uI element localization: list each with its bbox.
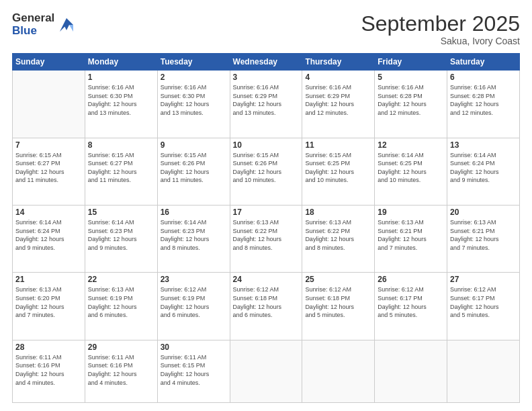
day-number: 4 — [305, 73, 371, 82]
day-number: 5 — [378, 73, 444, 82]
day-info: Sunrise: 6:15 AM Sunset: 6:27 PM Dayligh… — [88, 151, 154, 185]
calendar-cell: 21Sunrise: 6:13 AM Sunset: 6:20 PM Dayli… — [13, 273, 85, 340]
calendar-cell: 17Sunrise: 6:13 AM Sunset: 6:22 PM Dayli… — [230, 205, 302, 273]
calendar-cell: 12Sunrise: 6:14 AM Sunset: 6:25 PM Dayli… — [375, 138, 447, 205]
day-info: Sunrise: 6:11 AM Sunset: 6:15 PM Dayligh… — [161, 353, 227, 387]
logo-icon — [57, 15, 76, 34]
calendar-cell: 5Sunrise: 6:16 AM Sunset: 6:28 PM Daylig… — [375, 71, 447, 138]
day-number: 19 — [378, 208, 444, 217]
day-info: Sunrise: 6:12 AM Sunset: 6:19 PM Dayligh… — [161, 285, 227, 319]
col-header-monday: Monday — [85, 54, 157, 71]
logo-blue: Blue — [12, 25, 54, 38]
day-number: 11 — [305, 140, 371, 150]
day-number: 26 — [378, 275, 444, 284]
day-info: Sunrise: 6:16 AM Sunset: 6:28 PM Dayligh… — [450, 83, 517, 117]
day-info: Sunrise: 6:12 AM Sunset: 6:18 PM Dayligh… — [305, 285, 371, 319]
calendar-cell: 13Sunrise: 6:14 AM Sunset: 6:24 PM Dayli… — [447, 138, 520, 205]
calendar-cell: 20Sunrise: 6:13 AM Sunset: 6:21 PM Dayli… — [447, 205, 520, 273]
calendar-cell: 2Sunrise: 6:16 AM Sunset: 6:30 PM Daylig… — [157, 71, 230, 138]
day-number: 28 — [15, 342, 82, 352]
calendar-cell: 6Sunrise: 6:16 AM Sunset: 6:28 PM Daylig… — [447, 71, 520, 138]
day-number: 10 — [233, 140, 300, 150]
day-info: Sunrise: 6:11 AM Sunset: 6:16 PM Dayligh… — [88, 353, 154, 387]
day-number: 6 — [450, 73, 517, 82]
calendar-cell: 26Sunrise: 6:12 AM Sunset: 6:17 PM Dayli… — [375, 273, 447, 340]
day-info: Sunrise: 6:14 AM Sunset: 6:23 PM Dayligh… — [88, 218, 154, 252]
day-number: 14 — [15, 208, 82, 217]
calendar-cell: 25Sunrise: 6:12 AM Sunset: 6:18 PM Dayli… — [302, 273, 375, 340]
logo-general: General — [12, 12, 54, 25]
day-info: Sunrise: 6:15 AM Sunset: 6:25 PM Dayligh… — [305, 151, 371, 185]
day-number: 9 — [161, 140, 227, 150]
day-info: Sunrise: 6:16 AM Sunset: 6:28 PM Dayligh… — [378, 83, 444, 117]
day-info: Sunrise: 6:16 AM Sunset: 6:29 PM Dayligh… — [305, 83, 371, 117]
day-info: Sunrise: 6:16 AM Sunset: 6:30 PM Dayligh… — [161, 83, 227, 117]
calendar-cell: 23Sunrise: 6:12 AM Sunset: 6:19 PM Dayli… — [157, 273, 230, 340]
day-number: 30 — [161, 342, 227, 352]
day-number: 15 — [88, 208, 154, 217]
calendar-cell: 3Sunrise: 6:16 AM Sunset: 6:29 PM Daylig… — [230, 71, 302, 138]
day-number: 2 — [161, 73, 227, 82]
day-number: 1 — [88, 73, 154, 82]
svg-marker-1 — [69, 25, 73, 32]
day-info: Sunrise: 6:11 AM Sunset: 6:16 PM Dayligh… — [15, 353, 82, 387]
day-info: Sunrise: 6:15 AM Sunset: 6:26 PM Dayligh… — [161, 151, 227, 185]
calendar-cell: 10Sunrise: 6:15 AM Sunset: 6:26 PM Dayli… — [230, 138, 302, 205]
calendar-cell — [375, 340, 447, 402]
month-title: September 2025 — [361, 12, 520, 36]
day-info: Sunrise: 6:13 AM Sunset: 6:22 PM Dayligh… — [305, 218, 371, 252]
calendar-cell: 18Sunrise: 6:13 AM Sunset: 6:22 PM Dayli… — [302, 205, 375, 273]
day-info: Sunrise: 6:16 AM Sunset: 6:30 PM Dayligh… — [88, 83, 154, 117]
day-number: 18 — [305, 208, 371, 217]
calendar-cell: 4Sunrise: 6:16 AM Sunset: 6:29 PM Daylig… — [302, 71, 375, 138]
calendar-cell — [447, 340, 520, 402]
calendar-cell: 8Sunrise: 6:15 AM Sunset: 6:27 PM Daylig… — [85, 138, 157, 205]
day-info: Sunrise: 6:13 AM Sunset: 6:21 PM Dayligh… — [378, 218, 444, 252]
day-info: Sunrise: 6:12 AM Sunset: 6:17 PM Dayligh… — [378, 285, 444, 319]
title-block: September 2025 Sakua, Ivory Coast — [361, 12, 520, 46]
calendar-cell: 28Sunrise: 6:11 AM Sunset: 6:16 PM Dayli… — [13, 340, 85, 402]
day-number: 3 — [233, 73, 300, 82]
calendar-cell: 7Sunrise: 6:15 AM Sunset: 6:27 PM Daylig… — [13, 138, 85, 205]
col-header-sunday: Sunday — [13, 54, 85, 71]
day-number: 23 — [161, 275, 227, 284]
day-number: 17 — [233, 208, 300, 217]
page: General Blue September 2025 Sakua, Ivory… — [0, 0, 532, 411]
calendar-cell: 22Sunrise: 6:13 AM Sunset: 6:19 PM Dayli… — [85, 273, 157, 340]
day-info: Sunrise: 6:12 AM Sunset: 6:17 PM Dayligh… — [450, 285, 517, 319]
day-number: 16 — [161, 208, 227, 217]
calendar-cell: 29Sunrise: 6:11 AM Sunset: 6:16 PM Dayli… — [85, 340, 157, 402]
day-info: Sunrise: 6:13 AM Sunset: 6:20 PM Dayligh… — [15, 285, 82, 319]
col-header-wednesday: Wednesday — [230, 54, 302, 71]
calendar-cell: 14Sunrise: 6:14 AM Sunset: 6:24 PM Dayli… — [13, 205, 85, 273]
calendar-cell: 24Sunrise: 6:12 AM Sunset: 6:18 PM Dayli… — [230, 273, 302, 340]
col-header-friday: Friday — [375, 54, 447, 71]
day-number: 8 — [88, 140, 154, 150]
day-number: 22 — [88, 275, 154, 284]
day-info: Sunrise: 6:15 AM Sunset: 6:27 PM Dayligh… — [15, 151, 82, 185]
day-info: Sunrise: 6:13 AM Sunset: 6:19 PM Dayligh… — [88, 285, 154, 319]
day-info: Sunrise: 6:14 AM Sunset: 6:25 PM Dayligh… — [378, 151, 444, 185]
calendar-cell — [230, 340, 302, 402]
calendar-cell: 15Sunrise: 6:14 AM Sunset: 6:23 PM Dayli… — [85, 205, 157, 273]
logo: General Blue — [12, 12, 76, 37]
day-info: Sunrise: 6:13 AM Sunset: 6:22 PM Dayligh… — [233, 218, 300, 252]
calendar-cell — [13, 71, 85, 138]
day-number: 29 — [88, 342, 154, 352]
day-info: Sunrise: 6:14 AM Sunset: 6:23 PM Dayligh… — [161, 218, 227, 252]
logo-text: General Blue — [12, 12, 54, 37]
col-header-tuesday: Tuesday — [157, 54, 230, 71]
calendar-cell: 30Sunrise: 6:11 AM Sunset: 6:15 PM Dayli… — [157, 340, 230, 402]
day-number: 27 — [450, 275, 517, 284]
day-number: 12 — [378, 140, 444, 150]
day-info: Sunrise: 6:15 AM Sunset: 6:26 PM Dayligh… — [233, 151, 300, 185]
calendar-cell: 27Sunrise: 6:12 AM Sunset: 6:17 PM Dayli… — [447, 273, 520, 340]
calendar-cell: 11Sunrise: 6:15 AM Sunset: 6:25 PM Dayli… — [302, 138, 375, 205]
calendar-cell: 1Sunrise: 6:16 AM Sunset: 6:30 PM Daylig… — [85, 71, 157, 138]
calendar-cell: 16Sunrise: 6:14 AM Sunset: 6:23 PM Dayli… — [157, 205, 230, 273]
day-number: 24 — [233, 275, 300, 284]
calendar-cell — [302, 340, 375, 402]
day-number: 25 — [305, 275, 371, 284]
day-number: 20 — [450, 208, 517, 217]
location: Sakua, Ivory Coast — [361, 36, 520, 46]
